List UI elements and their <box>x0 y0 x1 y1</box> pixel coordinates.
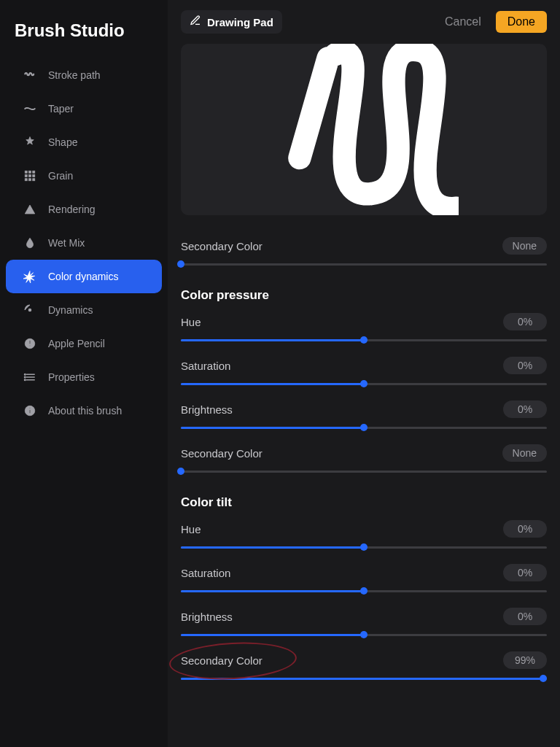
color-pressure-brightness-value[interactable]: 0% <box>503 400 547 418</box>
color-tilt-saturation-value[interactable]: 0% <box>503 564 547 581</box>
cancel-button[interactable]: Cancel <box>438 11 489 33</box>
color-tilt-brightness-label: Brightness <box>181 611 233 623</box>
color-pressure-secondary-color-slider[interactable] <box>181 466 547 476</box>
wet-mix-icon <box>23 236 36 249</box>
color-tilt-hue-value[interactable]: 0% <box>503 520 547 538</box>
app-title: Brush Studio <box>0 15 168 58</box>
sidebar-item-properties[interactable]: Properties <box>6 360 162 394</box>
color-pressure-saturation: Saturation0% <box>181 357 547 389</box>
sidebar-item-label: Wet Mix <box>48 237 85 249</box>
svg-rect-1 <box>29 171 31 173</box>
secondary-color-stamp-value[interactable]: None <box>502 237 547 255</box>
properties-icon <box>23 371 36 384</box>
secondary-color-stamp: Secondary ColorNone <box>181 237 547 269</box>
color-pressure-saturation-slider[interactable] <box>181 379 547 389</box>
sidebar-item-label: Apple Pencil <box>48 338 105 349</box>
sidebar-item-apple-pencil[interactable]: Apple Pencil <box>6 327 162 360</box>
taper-icon <box>23 102 36 115</box>
color-tilt-secondary-color-slider[interactable] <box>181 673 547 684</box>
sidebar-item-label: Rendering <box>48 204 96 215</box>
sidebar-item-label: Color dynamics <box>48 271 118 282</box>
svg-rect-7 <box>29 179 31 181</box>
color-tilt-saturation-slider[interactable] <box>181 586 547 596</box>
svg-rect-6 <box>25 179 27 181</box>
color-pressure-secondary-color-value[interactable]: None <box>502 444 547 462</box>
svg-point-17 <box>25 376 26 378</box>
sidebar-item-label: Properties <box>48 371 95 383</box>
stroke-preview <box>269 44 459 215</box>
color-pressure-saturation-label: Saturation <box>181 360 230 372</box>
secondary-color-stamp-label: Secondary Color <box>181 240 262 252</box>
color-pressure-secondary-color-label: Secondary Color <box>181 447 262 460</box>
sidebar: Brush Studio Stroke pathTaperShapeGrainR… <box>0 0 168 747</box>
svg-point-18 <box>25 379 26 381</box>
color-pressure-brightness-label: Brightness <box>181 403 233 416</box>
svg-rect-5 <box>33 175 35 177</box>
svg-rect-8 <box>33 179 35 181</box>
sidebar-item-wet-mix[interactable]: Wet Mix <box>6 226 162 260</box>
sidebar-item-label: Grain <box>48 170 73 182</box>
header: Drawing Pad Cancel Done <box>181 0 547 44</box>
grain-icon <box>23 169 36 182</box>
secondary-color-stamp-slider[interactable] <box>181 259 547 269</box>
header-title: Drawing Pad <box>207 16 273 28</box>
color-pressure-hue-label: Hue <box>181 316 201 328</box>
drawing-pad-toggle[interactable]: Drawing Pad <box>181 10 282 34</box>
color-tilt-hue-slider[interactable] <box>181 542 547 552</box>
svg-rect-0 <box>25 171 27 173</box>
color-tilt-secondary-color-label: Secondary Color <box>181 654 262 667</box>
sidebar-item-shape[interactable]: Shape <box>6 125 162 159</box>
sidebar-item-rendering[interactable]: Rendering <box>6 193 162 226</box>
sidebar-item-label: Stroke path <box>48 69 101 81</box>
color-tilt-brightness-value[interactable]: 0% <box>503 608 547 625</box>
color-tilt-secondary-color: Secondary Color99% <box>181 651 547 684</box>
sidebar-item-dynamics[interactable]: Dynamics <box>6 293 162 327</box>
svg-point-9 <box>29 309 31 311</box>
color-tilt-brightness: Brightness0% <box>181 608 547 640</box>
sidebar-item-taper[interactable]: Taper <box>6 92 162 125</box>
section-title: Color tilt <box>181 495 547 510</box>
shape-icon <box>23 136 36 149</box>
color-dynamics-icon <box>23 270 36 283</box>
color-pressure-brightness-slider[interactable] <box>181 422 547 433</box>
sidebar-item-color-dynamics[interactable]: Color dynamics <box>6 260 162 293</box>
svg-rect-12 <box>29 345 31 347</box>
sidebar-item-label: About this brush <box>48 405 122 417</box>
sidebar-item-about[interactable]: About this brush <box>6 394 162 427</box>
svg-rect-11 <box>29 341 31 344</box>
svg-point-16 <box>25 374 26 376</box>
sidebar-item-stroke-path[interactable]: Stroke path <box>6 58 162 92</box>
rendering-icon <box>23 203 36 216</box>
dynamics-icon <box>23 303 36 317</box>
color-pressure-hue-slider[interactable] <box>181 335 547 345</box>
stroke-path-icon <box>23 69 36 82</box>
main-panel: Drawing Pad Cancel Done Secondary ColorN… <box>168 0 560 747</box>
color-tilt-saturation: Saturation0% <box>181 564 547 596</box>
sidebar-item-label: Dynamics <box>48 304 93 316</box>
svg-rect-2 <box>33 171 35 173</box>
color-pressure-saturation-value[interactable]: 0% <box>503 357 547 374</box>
color-pressure-brightness: Brightness0% <box>181 400 547 433</box>
sidebar-item-label: Taper <box>48 103 74 115</box>
color-pressure-hue-value[interactable]: 0% <box>503 313 547 330</box>
svg-rect-21 <box>29 408 31 409</box>
sidebar-nav: Stroke pathTaperShapeGrainRenderingWet M… <box>0 58 168 427</box>
apple-pencil-icon <box>23 337 36 350</box>
svg-rect-4 <box>29 175 31 177</box>
sidebar-item-grain[interactable]: Grain <box>6 159 162 193</box>
color-tilt-saturation-label: Saturation <box>181 567 230 579</box>
color-tilt-hue-label: Hue <box>181 523 201 535</box>
svg-rect-3 <box>25 175 27 177</box>
color-pressure-hue: Hue0% <box>181 313 547 345</box>
edit-icon <box>190 15 201 29</box>
color-pressure-secondary-color: Secondary ColorNone <box>181 444 547 476</box>
section-title: Color pressure <box>181 288 547 303</box>
controls-area: Secondary ColorNoneColor pressureHue0%Sa… <box>181 237 547 684</box>
color-tilt-secondary-color-value[interactable]: 99% <box>503 651 547 669</box>
svg-rect-20 <box>29 410 31 414</box>
done-button[interactable]: Done <box>496 11 547 33</box>
sidebar-item-label: Shape <box>48 136 77 148</box>
color-tilt-brightness-slider[interactable] <box>181 630 547 640</box>
drawing-canvas[interactable] <box>181 44 547 215</box>
color-tilt-hue: Hue0% <box>181 520 547 552</box>
